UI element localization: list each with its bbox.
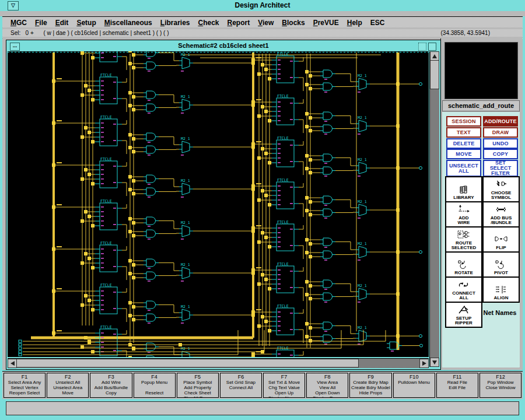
menu-item-blocks[interactable]: Blocks [282, 19, 304, 27]
palette-button-label: CONNECT ALL [452, 291, 475, 300]
menu-item-libraries[interactable]: Libraries [160, 19, 190, 27]
fkey-f6[interactable]: F6Set Grid SnapConnect All [220, 373, 262, 398]
fkey-number: F4 [134, 374, 175, 380]
fkey-action-label: Edit File [437, 385, 478, 390]
menu-item-report[interactable]: Report [228, 19, 250, 27]
palette-button-library[interactable]: LIBRARY [445, 176, 482, 202]
fkey-action-label: Open Up [264, 390, 304, 396]
connect-all-icon [457, 279, 471, 291]
palette-button-delete[interactable]: DELETE [446, 138, 481, 149]
palette-button-text[interactable]: TEXT [446, 127, 481, 138]
svg-text:M2_1: M2_1 [181, 94, 190, 99]
scroll-down-icon[interactable] [430, 358, 439, 367]
menu-item-check[interactable]: Check [198, 19, 219, 27]
fkey-action-label: Close Window [480, 385, 521, 390]
palette-button-label: LIBRARY [453, 195, 474, 200]
schematic-titlebar[interactable]: ... Schematic#2 cb16cled sheet1 [8, 41, 439, 51]
scroll-up-icon[interactable] [430, 51, 439, 61]
palette-button-draw[interactable]: DRAW [483, 127, 518, 138]
palette-button-choose-symbol[interactable]: CHOOSE SYMBOL [482, 176, 520, 202]
fkey-number: F1 [4, 374, 45, 380]
fkey-action-label: Create Bdry Model [350, 385, 391, 390]
palette-button-align[interactable]: ALIGN [482, 276, 520, 303]
menu-item-prevue[interactable]: PreVUE [313, 19, 339, 27]
pivot-icon [494, 259, 508, 271]
fkey-action-label: Reopen Select [4, 390, 45, 396]
svg-text:FTCLE: FTCLE [277, 52, 289, 57]
menu-item-miscellaneous[interactable]: Miscellaneous [104, 19, 152, 27]
palette-button-connect-all[interactable]: CONNECT ALL [445, 276, 482, 303]
menu-item-help[interactable]: Help [347, 19, 362, 27]
palette-button-copy[interactable]: COPY [483, 149, 518, 159]
fkey-action-label: Add Wire [90, 380, 131, 385]
palette-button-add-wire[interactable]: ADD WIRE [445, 201, 482, 228]
fkey-action-label: Select Area Any [4, 380, 45, 385]
message-bar [6, 401, 519, 415]
fkey-action-label: Add Bus/Bundle [90, 385, 131, 390]
fkey-f11[interactable]: F11Read FileEdit File [436, 373, 478, 398]
palette-button-label: FLIP [496, 246, 506, 250]
palette-button-setup-ripper[interactable]: SETUP RIPPER [445, 302, 482, 328]
menu-item-esc[interactable]: ESC [370, 19, 385, 27]
fkey-f1[interactable]: F1Select Area AnySelect VertexReopen Sel… [4, 373, 46, 398]
menu-item-mgc[interactable]: MGC [10, 19, 27, 27]
palette-button-session[interactable]: SESSION [446, 116, 481, 127]
fkey-number: F12 [480, 374, 521, 380]
palette-button-undo[interactable]: UNDO [483, 138, 518, 149]
fkey-action-label: Hide Props [350, 390, 391, 396]
fkey-f9[interactable]: F9Create Bdry MapCreate Bdry ModelHide P… [349, 373, 391, 398]
fkey-f8[interactable]: F8View AreaView AllOpen DownDisplay Prop… [306, 373, 348, 398]
fkey-action-label: Create Bdry Map [350, 380, 391, 385]
fkey-f2[interactable]: F2Unselect AllUnselect AreaMove [47, 373, 89, 398]
vertical-scroll-thumb[interactable] [430, 60, 439, 89]
app-titlebar[interactable]: ▽ Design Architect [0, 0, 525, 11]
fkey-f4[interactable]: F4Popup Menu Reselect [134, 373, 176, 398]
palette-button-label: ROUTE SELECTED [452, 241, 477, 250]
fkey-number: F9 [350, 374, 391, 380]
fkey-f5[interactable]: F5Place SymbolAdd PropertyCheck SheetChg… [177, 373, 219, 398]
scroll-right-icon[interactable] [419, 359, 429, 368]
svg-text:M2_1: M2_1 [358, 74, 367, 78]
menu-item-file[interactable]: File [35, 19, 47, 27]
svg-text:M2_1: M2_1 [181, 220, 190, 225]
palette-button-move[interactable]: MOVE [446, 149, 481, 159]
menu-item-setup[interactable]: Setup [76, 19, 96, 27]
palette-button-route-selected[interactable]: ROUTE SELECTED [445, 226, 482, 253]
fkey-f12[interactable]: F12Pop WindowClose Window [480, 373, 522, 398]
fkey-f3[interactable]: F3Add WireAdd Bus/BundleCopy [90, 373, 132, 398]
fkey-action-label: Select Vertex [4, 385, 45, 390]
palette-button-flip[interactable]: FLIP [482, 226, 520, 253]
fkey-action-label: Unselect All [47, 380, 88, 385]
window-restore-icon[interactable] [418, 43, 426, 51]
fkey-action-label: Copy [90, 390, 131, 396]
palette-button-pivot[interactable]: PIVOT [482, 251, 520, 278]
menu-item-view[interactable]: View [258, 19, 274, 27]
fkey-number: F7 [264, 374, 304, 380]
horizontal-scroll-thumb[interactable] [16, 359, 359, 368]
svg-text:FTCLE: FTCLE [277, 220, 289, 225]
palette-button-set-select-filter[interactable]: SET SELECT FILTER [483, 160, 518, 177]
svg-text:M2_1: M2_1 [181, 136, 190, 141]
vertical-scrollbar[interactable] [429, 51, 439, 367]
fkey-action-label: Chg Text Value [264, 385, 304, 390]
menu-item-edit[interactable]: Edit [55, 19, 69, 27]
window-maximize-icon[interactable] [428, 43, 436, 51]
fkey-f10[interactable]: F10Pulldown Menu [393, 373, 435, 398]
fkey-action-label: Connect All [220, 385, 261, 390]
window-menu-icon[interactable]: ▽ [8, 1, 19, 10]
palette-button-add-bus-bundle[interactable]: ADD BUS /BUNDLE [482, 201, 520, 228]
fkey-action-label: Read File [437, 380, 478, 385]
palette-button-unselect-all[interactable]: UNSELECT ALL [446, 160, 481, 177]
palette-button-add-route[interactable]: ADD/ROUTE [483, 116, 518, 127]
svg-text:M2_1: M2_1 [358, 116, 367, 120]
fkey-number: F5 [177, 374, 218, 380]
choose-symbol-icon [494, 179, 508, 191]
palette-button-rotate[interactable]: ROTATE [445, 251, 482, 278]
fkey-f7[interactable]: F7Sel Txt & MoveChg Text ValueOpen UpDis… [263, 373, 305, 398]
schematic-canvas[interactable]: FTCLEM2_1FTCLEM2_1FTCLEM2_1FTCLEM2_1FTCL… [8, 51, 429, 357]
fkey-action-label: Unselect Area [47, 385, 88, 390]
svg-text:FTCLE: FTCLE [277, 94, 289, 99]
scroll-left-icon[interactable] [8, 359, 17, 368]
sheet-menu-icon[interactable]: ... [10, 43, 20, 51]
horizontal-scrollbar[interactable] [8, 358, 429, 368]
